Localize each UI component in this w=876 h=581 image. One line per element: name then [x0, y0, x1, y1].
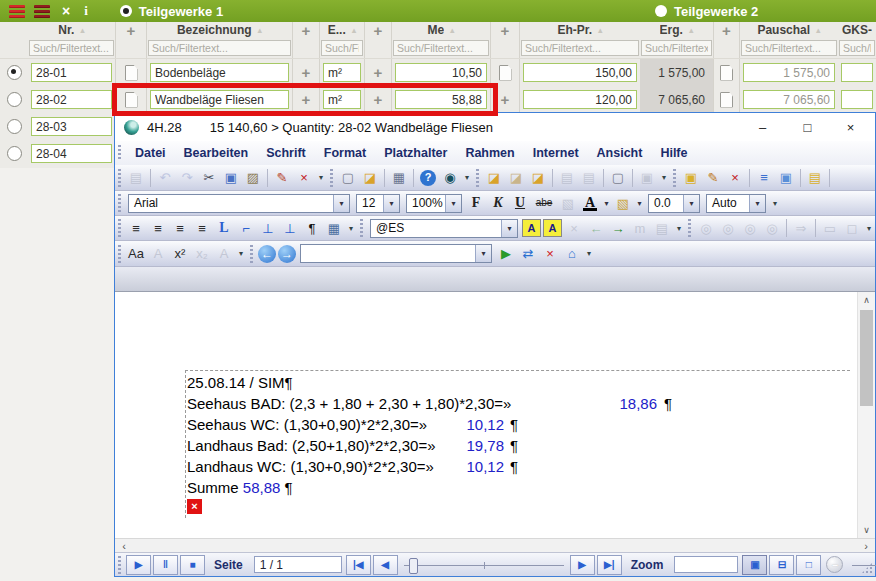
- sort-icon[interactable]: ▴: [816, 25, 821, 35]
- tab-left-icon[interactable]: L: [214, 218, 234, 238]
- scroll-up-icon[interactable]: ∧: [858, 292, 875, 308]
- note-doc-icon[interactable]: [125, 92, 138, 108]
- toolbar-grip[interactable]: [673, 169, 676, 187]
- tab-teilgewerke-2[interactable]: Teilgewerke 2: [655, 4, 758, 19]
- change-case-icon[interactable]: Aa: [126, 244, 146, 264]
- align-left-icon[interactable]: ≡: [126, 218, 146, 238]
- view-full-button[interactable]: □: [796, 555, 821, 575]
- home-icon[interactable]: ⌂: [562, 244, 582, 264]
- column-header-pausch[interactable]: Pauschal▴: [740, 22, 838, 38]
- save-layout-icon[interactable]: ▤: [557, 168, 577, 188]
- placeholder-combo[interactable]: @ES▾: [370, 219, 518, 238]
- toolbar-overflow-icon[interactable]: ▾: [658, 168, 670, 188]
- view-split-button[interactable]: ⊟: [769, 555, 794, 575]
- zoom-out-button[interactable]: −: [826, 556, 843, 573]
- nav-forward-icon[interactable]: →: [278, 245, 296, 263]
- column-header-n4[interactable]: +: [490, 22, 520, 38]
- zoom-combo-dropdown-icon[interactable]: ▾: [445, 195, 461, 212]
- calculator-icon[interactable]: ▦: [324, 218, 344, 238]
- add-row-icon[interactable]: +: [302, 65, 311, 80]
- font-color-button[interactable]: A: [580, 193, 600, 213]
- cell-input-gks[interactable]: [841, 90, 873, 109]
- doc-list-icon[interactable]: ▤: [805, 168, 825, 188]
- toolbar-overflow-icon[interactable]: ▾: [863, 218, 875, 238]
- add-column-icon[interactable]: +: [127, 23, 136, 38]
- popup-close-icon[interactable]: ×: [828, 113, 873, 141]
- view-page-button[interactable]: ▣: [742, 555, 767, 575]
- add-column-icon[interactable]: +: [722, 23, 731, 38]
- macro-field-icon[interactable]: m: [630, 218, 650, 238]
- toolbar-grip[interactable]: [330, 169, 333, 187]
- folder-copy-icon[interactable]: ◪: [484, 168, 504, 188]
- page-slider-thumb[interactable]: [409, 558, 418, 574]
- cell-input-ehpr[interactable]: [523, 63, 637, 82]
- sort-icon[interactable]: ▴: [80, 25, 85, 35]
- strikethrough-button[interactable]: abe: [532, 193, 556, 213]
- next-field-icon[interactable]: →: [608, 218, 628, 238]
- bold-button[interactable]: F: [466, 193, 486, 213]
- toolbar-grip[interactable]: [688, 219, 691, 237]
- prev-page-button[interactable]: ◀: [373, 555, 398, 575]
- font-size-combo-dropdown-icon[interactable]: ▾: [383, 195, 399, 212]
- stop-load-icon[interactable]: ×: [540, 244, 560, 264]
- filter-input-erg[interactable]: [641, 40, 712, 56]
- align-justify-icon[interactable]: ≡: [192, 218, 212, 238]
- edit-block-icon[interactable]: ✎: [703, 168, 723, 188]
- stop-button[interactable]: ■: [180, 555, 205, 575]
- note-doc-icon[interactable]: [125, 65, 138, 81]
- tab-decimal-icon[interactable]: ⊥: [258, 218, 278, 238]
- column-header-erg[interactable]: Erg.▴: [640, 22, 713, 38]
- cell-input-unit[interactable]: [323, 90, 361, 109]
- horizontal-scrollbar[interactable]: ‹ ›: [115, 538, 875, 552]
- toolbar-grip[interactable]: [118, 169, 121, 187]
- font-combo-dropdown-icon[interactable]: ▾: [333, 195, 349, 212]
- page-slider[interactable]: [404, 557, 564, 573]
- cell-input-bez[interactable]: [150, 63, 289, 82]
- toolbar-grip[interactable]: [360, 219, 363, 237]
- cell-input-pausch[interactable]: [743, 63, 835, 82]
- toolbar-overflow-icon[interactable]: ▾: [673, 218, 685, 238]
- sort-icon[interactable]: ▴: [689, 25, 694, 35]
- toolbar-overflow-icon[interactable]: ▾: [345, 218, 357, 238]
- copy-block-icon[interactable]: ▣: [681, 168, 701, 188]
- url-combo[interactable]: ▾: [300, 244, 492, 263]
- tab-teilgewerke-1[interactable]: Teilgewerke 1: [120, 4, 223, 19]
- info-icon[interactable]: i: [84, 3, 88, 19]
- menu-datei[interactable]: Datei: [126, 146, 175, 160]
- find-next-icon[interactable]: ◎: [740, 218, 760, 238]
- column-header-nr[interactable]: Nr.▴: [28, 22, 115, 38]
- column-header-ehpr[interactable]: Eh-Pr.▴: [520, 22, 640, 38]
- cell-input-nr[interactable]: [31, 63, 112, 82]
- cell-input-me[interactable]: [395, 90, 487, 109]
- align-center-icon[interactable]: ≡: [148, 218, 168, 238]
- callout-icon[interactable]: ◻: [842, 218, 862, 238]
- cut-icon[interactable]: ✂: [199, 168, 219, 188]
- superscript-icon[interactable]: x²: [170, 244, 190, 264]
- toolbar-grip[interactable]: [476, 169, 479, 187]
- sort-icon[interactable]: ▴: [258, 25, 263, 35]
- folder-gray-icon[interactable]: ◪: [506, 168, 526, 188]
- new-doc-icon[interactable]: ▢: [338, 168, 358, 188]
- copy-icon[interactable]: ▣: [221, 168, 241, 188]
- panel-icon[interactable]: ▣: [776, 168, 796, 188]
- filter-input-bez[interactable]: [148, 40, 291, 56]
- maximize-icon[interactable]: □: [785, 113, 830, 141]
- vertical-scroll-thumb[interactable]: [860, 310, 873, 406]
- column-header-n3[interactable]: +: [364, 22, 392, 38]
- cell-input-ehpr[interactable]: [523, 90, 637, 109]
- row-radio[interactable]: [7, 65, 22, 80]
- menu-internet[interactable]: Internet: [524, 146, 588, 160]
- nav-back-icon[interactable]: ←: [258, 245, 276, 263]
- delete-block-icon[interactable]: ×: [725, 168, 745, 188]
- letter-spacing-icon[interactable]: A: [214, 244, 234, 264]
- column-header-gks[interactable]: GKS-: [838, 22, 876, 38]
- menu-ansicht[interactable]: Ansicht: [588, 146, 652, 160]
- pilcrow-icon[interactable]: ¶: [302, 218, 322, 238]
- frame-icon[interactable]: ▭: [820, 218, 840, 238]
- refresh-icon[interactable]: ⇄: [518, 244, 538, 264]
- menu-stripes-red-icon[interactable]: [9, 4, 25, 18]
- cell-input-bez[interactable]: [150, 90, 289, 109]
- cell-input-me[interactable]: [395, 63, 487, 82]
- note-doc-icon[interactable]: [499, 65, 512, 81]
- filter-input-me[interactable]: [393, 40, 489, 56]
